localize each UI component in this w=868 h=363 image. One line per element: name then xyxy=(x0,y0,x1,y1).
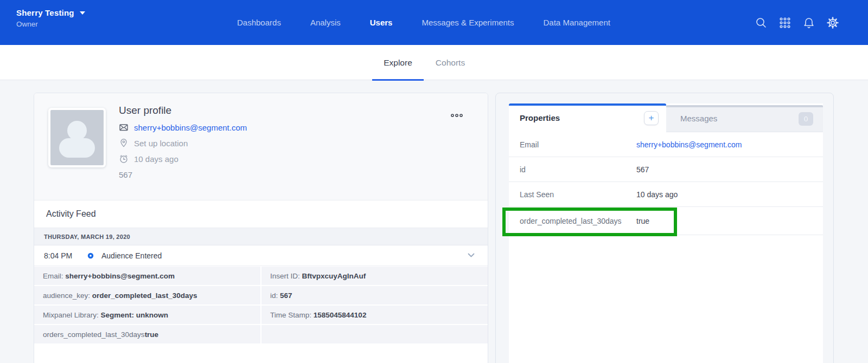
more-options-icon[interactable] xyxy=(448,108,466,122)
avatar xyxy=(48,108,106,167)
workspace-role: Owner xyxy=(16,20,85,28)
nav-item-users[interactable]: Users xyxy=(370,18,393,27)
email-icon xyxy=(119,122,129,132)
avatar-body-shape xyxy=(59,138,95,158)
property-row-order-completed: order_completed_last_30days true xyxy=(509,207,823,235)
main-nav: Dashboards Analysis Users Messages & Exp… xyxy=(237,0,610,45)
properties-tabs: Properties + Messages 0 xyxy=(509,103,823,132)
profile-header: User profile sherry+bobbins@segment.com … xyxy=(34,93,488,200)
properties-panel: Properties + Messages 0 Email sherry+bob… xyxy=(509,103,823,363)
audience-dot-icon xyxy=(87,252,94,259)
clock-icon xyxy=(119,154,129,164)
tab-explore[interactable]: Explore xyxy=(372,45,424,80)
add-property-button[interactable]: + xyxy=(644,111,659,125)
workspace-switcher[interactable]: Sherry Testing Owner xyxy=(16,8,85,28)
event-detail-cell xyxy=(261,325,488,343)
property-email-link[interactable]: sherry+bobbins@segment.com xyxy=(636,140,742,149)
user-profile-card: User profile sherry+bobbins@segment.com … xyxy=(34,93,488,363)
tab-explore-active-underline xyxy=(372,79,424,81)
event-detail-cell: audience_key: order_completed_last_30day… xyxy=(34,286,260,304)
messages-count-badge: 0 xyxy=(799,112,813,126)
properties-card: Properties + Messages 0 Email sherry+bob… xyxy=(495,93,834,363)
nav-icons xyxy=(755,0,839,45)
event-detail-cell: Email: sherry+bobbins@segment.com xyxy=(34,267,260,285)
notifications-bell-icon[interactable] xyxy=(802,16,815,29)
tab-explore-label: Explore xyxy=(384,58,412,68)
location-pin-icon xyxy=(119,138,129,148)
tab-cohorts-label: Cohorts xyxy=(436,58,465,68)
activity-event-row[interactable]: 8:04 PM Audience Entered xyxy=(34,245,488,266)
nav-item-dashboards[interactable]: Dashboards xyxy=(237,18,281,27)
apps-grid-icon[interactable] xyxy=(778,16,792,29)
event-time: 8:04 PM xyxy=(44,251,78,260)
page-title: User profile xyxy=(119,105,247,116)
search-icon[interactable] xyxy=(755,16,768,29)
profile-email-link[interactable]: sherry+bobbins@segment.com xyxy=(134,123,247,132)
event-detail-cell: Mixpanel Library: Segment: unknown xyxy=(34,306,260,324)
workspace-name: Sherry Testing xyxy=(16,8,74,17)
property-row-email: Email sherry+bobbins@segment.com xyxy=(509,132,823,157)
tab-cohorts[interactable]: Cohorts xyxy=(433,45,468,80)
tab-messages-top-bar xyxy=(666,105,823,107)
tab-properties-label: Properties xyxy=(520,113,560,122)
event-name: Audience Entered xyxy=(101,251,162,260)
explore-tabbar: Explore Cohorts xyxy=(0,45,868,80)
event-detail-cell: orders_completed_last_30daystrue xyxy=(34,325,260,343)
activity-feed-heading: Activity Feed xyxy=(34,200,488,228)
tab-properties[interactable]: Properties + xyxy=(509,103,666,132)
event-detail-cell: Insert ID: BftvpxcuyAgInAuf xyxy=(261,267,488,285)
event-detail-cell: id: 567 xyxy=(261,286,488,304)
caret-down-icon xyxy=(80,11,85,15)
tab-properties-active-bar xyxy=(509,103,666,106)
profile-id: 567 xyxy=(119,170,247,179)
profile-location[interactable]: Set up location xyxy=(134,139,188,148)
property-row-last-seen: Last Seen 10 days ago xyxy=(509,182,823,207)
nav-item-data-management[interactable]: Data Management xyxy=(544,18,610,27)
nav-item-messages-experiments[interactable]: Messages & Experiments xyxy=(422,18,514,27)
settings-gear-icon[interactable] xyxy=(826,16,839,29)
chevron-down-icon[interactable] xyxy=(468,253,475,258)
tab-messages[interactable]: Messages 0 xyxy=(666,105,823,132)
profile-last-seen: 10 days ago xyxy=(134,154,178,164)
activity-date-header: THURSDAY, MARCH 19, 2020 xyxy=(34,228,488,245)
nav-item-analysis[interactable]: Analysis xyxy=(310,18,341,27)
avatar-head-shape xyxy=(67,121,87,140)
event-detail-cell: Time Stamp: 1585045844102 xyxy=(261,306,488,324)
property-row-id: id 567 xyxy=(509,157,823,182)
tab-messages-label: Messages xyxy=(680,114,717,123)
event-details-table: Email: sherry+bobbins@segment.com Insert… xyxy=(34,266,488,343)
top-navbar: Sherry Testing Owner Dashboards Analysis… xyxy=(0,0,868,45)
